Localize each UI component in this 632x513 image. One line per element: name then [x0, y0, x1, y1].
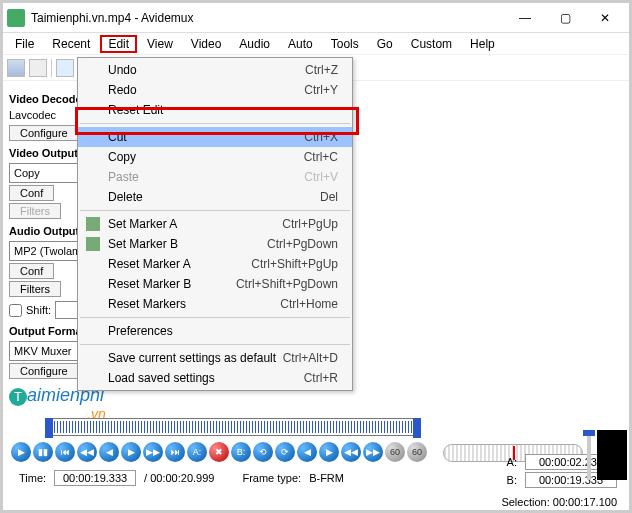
menu-item-load-saved-settings[interactable]: Load saved settingsCtrl+R [78, 368, 352, 388]
menu-tools[interactable]: Tools [323, 35, 367, 53]
menu-item-copy[interactable]: CopyCtrl+C [78, 147, 352, 167]
menu-item-save-current-settings-as-default[interactable]: Save current settings as defaultCtrl+Alt… [78, 348, 352, 368]
selection-label: Selection: [501, 496, 549, 508]
transport-btn-15[interactable]: ◀◀ [341, 442, 361, 462]
menu-item-reset-markers[interactable]: Reset MarkersCtrl+Home [78, 294, 352, 314]
menu-recent[interactable]: Recent [44, 35, 98, 53]
transport-btn-3[interactable]: ◀◀ [77, 442, 97, 462]
marker-b-label: B: [507, 474, 517, 486]
transport-controls: ▶▮▮⏮◀◀◀▶▶▶⏭A:✖B:⟲⟳◀▶◀◀▶▶6060 [11, 442, 427, 462]
selection-value: 00:00:17.100 [553, 496, 617, 508]
menu-edit[interactable]: Edit [100, 35, 137, 53]
frame-type-label: Frame type: [242, 472, 301, 484]
timeline-track[interactable] [45, 418, 421, 436]
menu-item-reset-marker-b[interactable]: Reset Marker BCtrl+Shift+PgDown [78, 274, 352, 294]
transport-btn-9[interactable]: ✖ [209, 442, 229, 462]
menu-help[interactable]: Help [462, 35, 503, 53]
transport-btn-17[interactable]: 60 [385, 442, 405, 462]
menu-go[interactable]: Go [369, 35, 401, 53]
decoder-configure-button[interactable]: Configure [9, 125, 79, 141]
transport-btn-6[interactable]: ▶▶ [143, 442, 163, 462]
close-button[interactable]: ✕ [585, 4, 625, 32]
menu-view[interactable]: View [139, 35, 181, 53]
transport-btn-16[interactable]: ▶▶ [363, 442, 383, 462]
time-total: / 00:00:20.999 [144, 472, 214, 484]
save-icon[interactable] [29, 59, 47, 77]
transport-btn-2[interactable]: ⏮ [55, 442, 75, 462]
maximize-button[interactable]: ▢ [545, 4, 585, 32]
transport-btn-7[interactable]: ⏭ [165, 442, 185, 462]
marker-b-handle[interactable] [413, 418, 421, 438]
vu-meter [597, 430, 627, 480]
menu-item-set-marker-a[interactable]: Set Marker ACtrl+PgUp [78, 214, 352, 234]
menu-video[interactable]: Video [183, 35, 229, 53]
audio-filters-button[interactable]: Filters [9, 281, 61, 297]
menu-item-undo[interactable]: UndoCtrl+Z [78, 60, 352, 80]
minimize-button[interactable]: — [505, 4, 545, 32]
shift-label: Shift: [26, 304, 51, 316]
transport-btn-12[interactable]: ⟳ [275, 442, 295, 462]
menu-item-set-marker-b[interactable]: Set Marker BCtrl+PgDown [78, 234, 352, 254]
transport-btn-18[interactable]: 60 [407, 442, 427, 462]
menu-auto[interactable]: Auto [280, 35, 321, 53]
volume-slider[interactable] [587, 430, 591, 480]
transport-btn-0[interactable]: ▶ [11, 442, 31, 462]
menu-item-cut[interactable]: CutCtrl+X [78, 127, 352, 147]
app-icon [7, 9, 25, 27]
menu-item-reset-edit[interactable]: Reset Edit [78, 100, 352, 120]
transport-btn-8[interactable]: A: [187, 442, 207, 462]
marker-a-label: A: [507, 456, 517, 468]
menu-item-preferences[interactable]: Preferences [78, 321, 352, 341]
time-current-input[interactable]: 00:00:19.333 [54, 470, 136, 486]
transport-btn-13[interactable]: ◀ [297, 442, 317, 462]
format-configure-button[interactable]: Configure [9, 363, 79, 379]
menu-audio[interactable]: Audio [231, 35, 278, 53]
transport-btn-10[interactable]: B: [231, 442, 251, 462]
edit-dropdown: UndoCtrl+ZRedoCtrl+YReset EditCutCtrl+XC… [77, 57, 353, 391]
info-icon[interactable] [56, 59, 74, 77]
menu-custom[interactable]: Custom [403, 35, 460, 53]
frame-type-value: B-FRM [309, 472, 344, 484]
video-configure-button[interactable]: Conf [9, 185, 54, 201]
menu-item-reset-marker-a[interactable]: Reset Marker ACtrl+Shift+PgUp [78, 254, 352, 274]
menubar: File Recent Edit View Video Audio Auto T… [3, 33, 629, 55]
transport-btn-11[interactable]: ⟲ [253, 442, 273, 462]
open-icon[interactable] [7, 59, 25, 77]
marker-a-handle[interactable] [45, 418, 53, 438]
menu-item-delete[interactable]: DeleteDel [78, 187, 352, 207]
shift-checkbox[interactable] [9, 304, 22, 317]
transport-btn-5[interactable]: ▶ [121, 442, 141, 462]
video-filters-button[interactable]: Filters [9, 203, 61, 219]
time-label: Time: [19, 472, 46, 484]
transport-btn-14[interactable]: ▶ [319, 442, 339, 462]
menu-item-paste: PasteCtrl+V [78, 167, 352, 187]
transport-btn-1[interactable]: ▮▮ [33, 442, 53, 462]
menu-item-redo[interactable]: RedoCtrl+Y [78, 80, 352, 100]
menu-file[interactable]: File [7, 35, 42, 53]
audio-configure-button[interactable]: Conf [9, 263, 54, 279]
window-title: Taimienphi.vn.mp4 - Avidemux [31, 11, 505, 25]
transport-btn-4[interactable]: ◀ [99, 442, 119, 462]
